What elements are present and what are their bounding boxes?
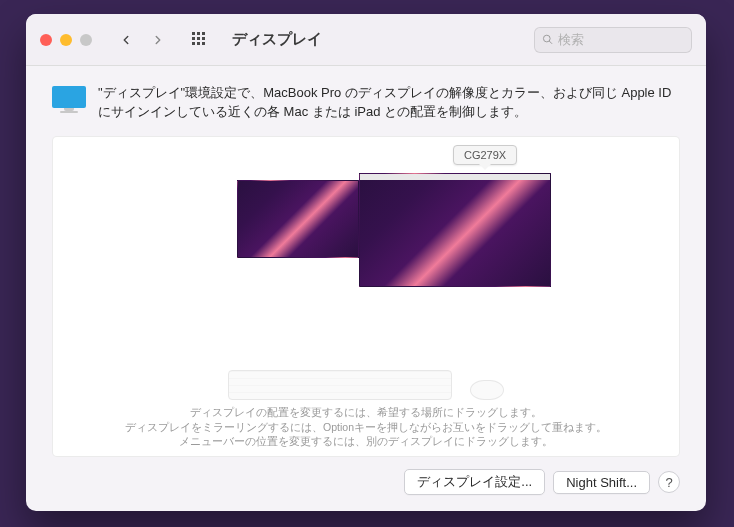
hint-line: ディスプレイの配置を変更するには、希望する場所にドラッグします。 (63, 405, 669, 419)
zoom-window-icon (80, 34, 92, 46)
window-controls (40, 34, 92, 46)
display-thumbnail-primary[interactable] (359, 173, 551, 287)
show-all-button[interactable] (186, 28, 214, 52)
display-icon (52, 84, 86, 122)
intro-row: "ディスプレイ"環境設定で、MacBook Pro のディスプレイの解像度とカラ… (52, 84, 680, 122)
svg-rect-8 (202, 42, 205, 45)
help-button[interactable]: ? (658, 471, 680, 493)
svg-rect-5 (202, 37, 205, 40)
svg-rect-0 (192, 32, 195, 35)
svg-rect-1 (197, 32, 200, 35)
content-area: "ディスプレイ"環境設定で、MacBook Pro のディスプレイの解像度とカラ… (26, 66, 706, 511)
search-icon (542, 33, 553, 46)
arrangement-area[interactable]: CG279X ディスプレイの配置を変更するには、希望する場所にドラッグします。 … (53, 137, 679, 456)
svg-rect-3 (192, 37, 195, 40)
nav-buttons (112, 28, 172, 52)
arrangement-panel: CG279X ディスプレイの配置を変更するには、希望する場所にドラッグします。 … (52, 136, 680, 457)
hint-line: ディスプレイをミラーリングするには、Optionキーを押しながらお互いをドラッグ… (63, 420, 669, 434)
arrangement-hints: ディスプレイの配置を変更するには、希望する場所にドラッグします。 ディスプレイを… (53, 405, 679, 448)
close-window-icon[interactable] (40, 34, 52, 46)
forward-button (144, 28, 172, 52)
minimize-window-icon[interactable] (60, 34, 72, 46)
display-thumbnail-secondary[interactable] (237, 180, 359, 258)
window-title: ディスプレイ (232, 30, 322, 49)
search-input[interactable] (558, 32, 684, 47)
footer-buttons: ディスプレイ設定... Night Shift... ? (52, 469, 680, 495)
svg-rect-6 (192, 42, 195, 45)
back-button[interactable] (112, 28, 140, 52)
keyboard-mouse-illustration (53, 370, 679, 400)
svg-rect-4 (197, 37, 200, 40)
svg-rect-7 (197, 42, 200, 45)
night-shift-button[interactable]: Night Shift... (553, 471, 650, 494)
toolbar: ディスプレイ (26, 14, 706, 66)
keyboard-icon (228, 370, 452, 400)
svg-point-9 (543, 35, 550, 42)
svg-rect-2 (202, 32, 205, 35)
search-field[interactable] (534, 27, 692, 53)
mouse-icon (470, 380, 504, 400)
display-settings-button[interactable]: ディスプレイ設定... (404, 469, 545, 495)
display-tooltip: CG279X (453, 145, 517, 165)
hint-line: メニューバーの位置を変更するには、別のディスプレイにドラッグします。 (63, 434, 669, 448)
svg-line-10 (549, 41, 552, 44)
preferences-window: ディスプレイ "ディスプレイ"環境設定で、MacBook Pro のディスプレイ… (26, 14, 706, 511)
intro-text: "ディスプレイ"環境設定で、MacBook Pro のディスプレイの解像度とカラ… (98, 84, 680, 122)
